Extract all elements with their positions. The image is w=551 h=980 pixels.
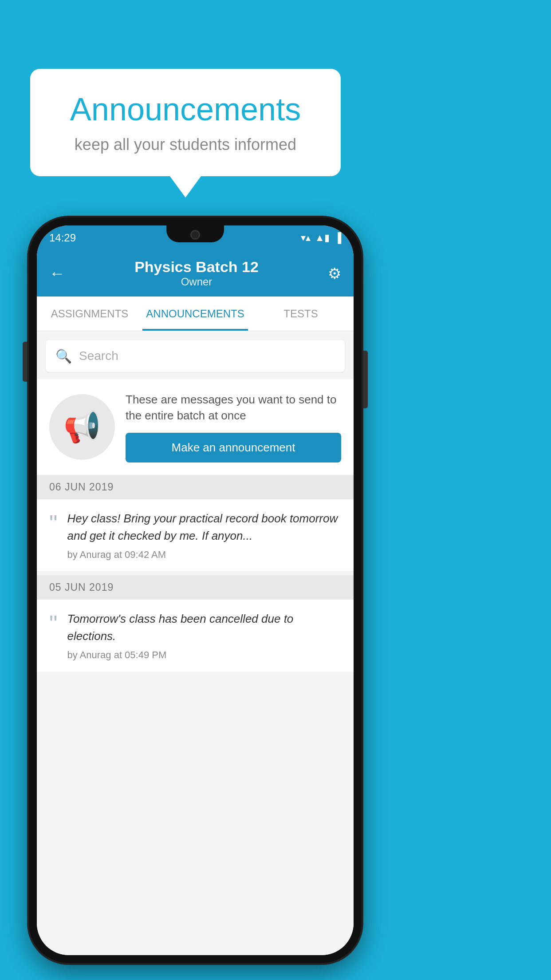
search-bar[interactable]: 🔍 Search [46,340,345,372]
megaphone-icon: 📢 [63,409,101,445]
speech-bubble: Announcements keep all your students inf… [30,69,341,176]
search-icon: 🔍 [55,348,72,364]
signal-icon: ▲▮ [315,232,330,244]
speech-bubble-container: Announcements keep all your students inf… [30,69,341,176]
announcement-item-2[interactable]: " Tomorrow's class has been cancelled du… [37,600,354,672]
promo-description: These are messages you want to send to t… [126,391,341,424]
announcement-meta-2: by Anurag at 05:49 PM [67,649,341,661]
announcement-meta-1: by Anurag at 09:42 AM [67,549,341,561]
quote-icon-2: " [49,612,57,635]
announcement-text-2: Tomorrow's class has been cancelled due … [67,610,341,645]
phone-notch [166,225,224,242]
bubble-subtitle: keep all your students informed [57,135,314,154]
phone-outer: 14:29 ▾▴ ▲▮ ▐ ← Physics Batch 12 Owner ⚙ [29,217,362,963]
quote-icon-1: " [49,512,57,535]
status-time: 14:29 [49,232,76,244]
phone-camera [190,230,200,240]
header-subtitle: Owner [134,276,259,288]
tab-announcements[interactable]: ANNOUNCEMENTS [142,296,248,331]
battery-icon: ▐ [334,232,341,244]
status-icons: ▾▴ ▲▮ ▐ [301,232,341,244]
promo-icon-circle: 📢 [49,394,115,460]
phone-screen: 14:29 ▾▴ ▲▮ ▐ ← Physics Batch 12 Owner ⚙ [37,225,354,955]
back-button[interactable]: ← [49,264,65,283]
announcement-content-1: Hey class! Bring your practical record b… [67,510,341,561]
promo-right: These are messages you want to send to t… [126,391,341,462]
search-placeholder: Search [79,349,118,363]
header-title: Physics Batch 12 [134,258,259,276]
date-separator-2: 05 JUN 2019 [37,575,354,600]
tabs-bar: ASSIGNMENTS ANNOUNCEMENTS TESTS [37,296,354,331]
announcement-content-2: Tomorrow's class has been cancelled due … [67,610,341,661]
header-title-area: Physics Batch 12 Owner [134,258,259,288]
date-separator-1: 06 JUN 2019 [37,475,354,499]
settings-icon[interactable]: ⚙ [328,265,341,282]
announcement-promo: 📢 These are messages you want to send to… [37,379,354,475]
wifi-icon: ▾▴ [301,232,311,244]
announcement-text-1: Hey class! Bring your practical record b… [67,510,341,545]
tab-tests[interactable]: TESTS [248,296,354,331]
bubble-title: Announcements [57,91,314,127]
make-announcement-button[interactable]: Make an announcement [126,433,341,462]
tab-assignments[interactable]: ASSIGNMENTS [37,296,142,331]
content-area: 🔍 Search 📢 These are messages you want t… [37,331,354,955]
phone-container: 14:29 ▾▴ ▲▮ ▐ ← Physics Batch 12 Owner ⚙ [29,217,362,963]
app-header: ← Physics Batch 12 Owner ⚙ [37,250,354,296]
announcement-item-1[interactable]: " Hey class! Bring your practical record… [37,499,354,572]
